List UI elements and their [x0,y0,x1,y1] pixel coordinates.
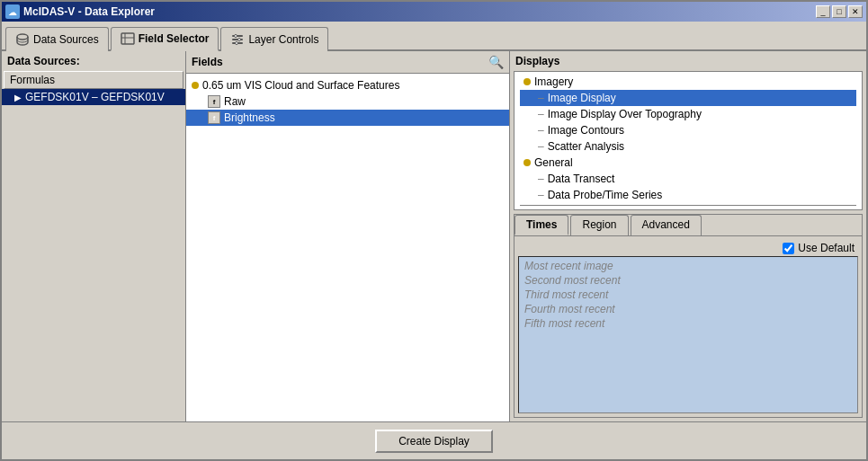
dash-icon-3: – [538,124,544,137]
time-item-3[interactable]: Third most recent [523,288,854,302]
imagery-category-label: Imagery [534,75,573,88]
root-node-label: 0.65 um VIS Cloud and Surface Features [202,79,399,92]
search-icon[interactable]: 🔍 [488,55,504,69]
title-bar: ☁ McIDAS-V - Data Explorer _ □ ✕ [2,2,866,22]
tab-data-sources-label: Data Sources [33,33,99,46]
svg-point-9 [236,42,238,45]
dash-icon-4: – [538,140,544,153]
time-item-5[interactable]: Fifth most recent [523,316,854,331]
bottom-tabs-area: Times Region Advanced Use Default Most r… [514,214,863,418]
imagery-dot-icon [523,78,531,85]
list-item-label: GEFDSK01V – GEFDSK01V [25,91,165,103]
main-window: ☁ McIDAS-V - Data Explorer _ □ ✕ Data So… [0,0,868,461]
close-button[interactable]: ✕ [848,5,863,18]
tree-child-brightness[interactable]: f Brightness [186,110,509,126]
layer-controls-icon [230,32,245,47]
tree-root-node[interactable]: 0.65 um VIS Cloud and Surface Features [186,77,509,93]
field-selector-icon [121,31,135,46]
general-dot-icon [523,159,531,166]
tab-bar: Data Sources Field Selector Layer Contro… [2,22,866,51]
display-item-image-contours-label: Image Contours [548,124,624,137]
bottom-bar: Create Display [2,421,866,459]
right-panel: Displays Imagery – Image Display – Image… [510,51,866,421]
tab-times[interactable]: Times [515,215,568,235]
main-content: Data Sources: Formulas ▶ GEFDSK01V – GEF… [2,51,866,421]
dash-icon-6: – [538,189,544,201]
separator-line [520,205,856,206]
tree-child-brightness-label: Brightness [224,111,275,124]
list-item-arrow: ▶ [14,93,22,102]
title-buttons: _ □ ✕ [816,5,863,18]
list-item[interactable]: ▶ GEFDSK01V – GEFDSK01V [2,89,185,105]
field-type-brightness-icon: f [208,111,220,124]
bottom-tab-bar: Times Region Advanced [515,215,862,236]
fields-label: Fields [192,56,223,68]
time-item-1[interactable]: Most recent image [523,259,854,273]
data-sources-icon [15,32,30,47]
svg-point-8 [238,39,241,41]
data-sources-header: Data Sources: [2,51,185,71]
fields-header: Fields 🔍 [186,51,509,74]
display-item-image-display-topo-label: Image Display Over Topography [548,108,702,120]
tab-region[interactable]: Region [570,215,628,235]
display-item-data-transect[interactable]: – Data Transect [520,171,856,187]
display-item-data-probe[interactable]: – Data Probe/Time Series [520,187,856,203]
display-item-image-display-label: Image Display [548,92,616,104]
tab-layer-controls-label: Layer Controls [248,33,318,46]
dash-icon-1: – [538,92,544,104]
use-default-checkbox[interactable] [783,243,794,254]
display-item-image-display[interactable]: – Image Display [520,90,856,106]
svg-point-7 [235,35,237,38]
maximize-button[interactable]: □ [832,5,846,18]
app-icon: ☁ [5,4,20,19]
display-item-data-transect-label: Data Transect [548,173,615,185]
tab-field-selector[interactable]: Field Selector [111,27,219,51]
title-bar-left: ☁ McIDAS-V - Data Explorer [5,4,155,19]
minimize-button[interactable]: _ [816,5,830,18]
root-dot-icon [192,82,199,89]
display-category-general[interactable]: General [520,155,856,171]
left-panel: Data Sources: Formulas ▶ GEFDSK01V – GEF… [2,51,186,421]
general-category-label: General [534,156,573,169]
display-item-scatter[interactable]: – Scatter Analysis [520,138,856,155]
fields-tree: 0.65 um VIS Cloud and Surface Features f… [186,74,509,421]
fields-panel: Fields 🔍 0.65 um VIS Cloud and Surface F… [186,51,510,421]
times-list[interactable]: Most recent image Second most recent Thi… [518,256,858,413]
tab-data-sources[interactable]: Data Sources [5,27,109,51]
bottom-tab-content: Use Default Most recent image Second mos… [515,236,862,417]
field-type-raw-icon: f [208,95,220,108]
display-item-scatter-label: Scatter Analysis [548,140,624,153]
displays-list: Imagery – Image Display – Image Display … [514,71,863,210]
use-default-label: Use Default [798,242,855,254]
tab-field-selector-label: Field Selector [139,32,210,45]
svg-point-0 [17,34,28,40]
window-title: McIDAS-V - Data Explorer [23,5,155,18]
time-item-4[interactable]: Fourth most recent [523,302,854,316]
tab-advanced[interactable]: Advanced [631,215,702,235]
create-display-button[interactable]: Create Display [375,430,493,453]
display-item-data-probe-label: Data Probe/Time Series [548,189,663,201]
display-item-image-display-topo[interactable]: – Image Display Over Topography [520,106,856,122]
tree-child-raw[interactable]: f Raw [186,93,509,110]
svg-rect-1 [121,33,134,44]
tab-layer-controls[interactable]: Layer Controls [220,27,328,51]
tree-child-raw-label: Raw [224,95,246,108]
display-item-image-contours[interactable]: – Image Contours [520,122,856,138]
formulas-section[interactable]: Formulas [4,71,183,89]
display-category-imagery[interactable]: Imagery [520,74,856,90]
displays-header: Displays [510,51,866,71]
time-item-2[interactable]: Second most recent [523,273,854,288]
dash-icon-5: – [538,173,544,185]
use-default-row: Use Default [518,240,858,256]
dash-icon-2: – [538,108,544,120]
